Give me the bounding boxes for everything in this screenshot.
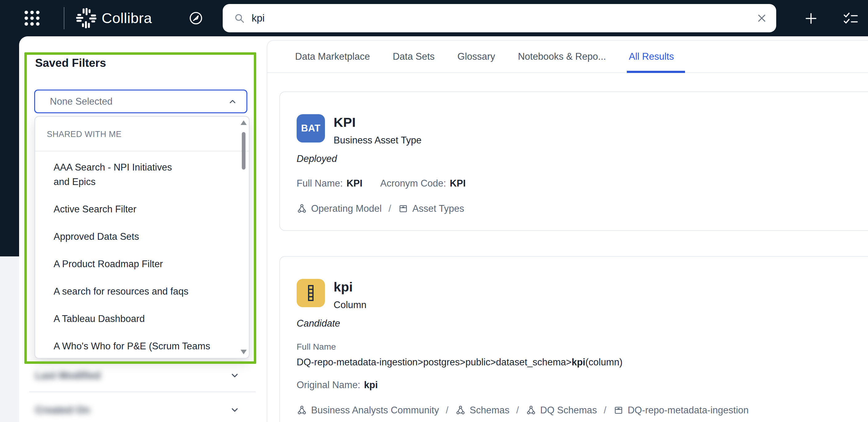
top-bar: Collibra [0, 0, 868, 36]
community-icon [297, 405, 307, 416]
collibra-app: Collibra [0, 0, 868, 422]
badge-label: BAT [301, 123, 321, 134]
full-name-prefix: DQ-repo-metadata-ingestion>postgres>publ… [297, 357, 572, 367]
left-navy-strip [0, 36, 19, 256]
chevron-up-icon [228, 97, 237, 106]
collibra-logo-mark[interactable] [76, 8, 96, 28]
result-asset-type: Business Asset Type [334, 135, 422, 146]
scrollbar-thumb[interactable] [242, 132, 246, 170]
result-card-kpi-business-asset-type[interactable]: BAT KPI Business Asset Type Deployed Ful… [279, 91, 868, 231]
breadcrumb-label: Asset Types [412, 203, 464, 214]
saved-filter-option[interactable]: AAA Search - NPI Initiatives and Epics [35, 160, 214, 189]
domain-icon [398, 203, 408, 214]
breadcrumb-label: DQ Schemas [540, 405, 597, 416]
result-title[interactable]: KPI [334, 115, 422, 130]
community-icon [455, 405, 466, 416]
tab-all-results[interactable]: All Results [629, 41, 674, 72]
saved-filter-option[interactable]: Approved Data Sets [35, 229, 249, 244]
community-icon [526, 405, 536, 416]
results-tab-bar: Data Marketplace Data Sets Glossary Note… [267, 41, 868, 73]
tab-data-sets[interactable]: Data Sets [393, 41, 435, 72]
attribute-value: KPI [346, 178, 363, 189]
sidebar-divider [29, 392, 256, 392]
attribute-label: Full Name: [297, 178, 343, 189]
compass-icon[interactable] [188, 11, 203, 26]
clear-search-icon[interactable] [756, 13, 767, 23]
scroll-down-icon[interactable] [241, 350, 247, 354]
content-surface: Saved Filters None Selected SHARED WITH … [19, 36, 868, 422]
saved-filter-option[interactable]: A search for resources and faqs [35, 284, 249, 299]
dropdown-scrollbar[interactable] [241, 119, 246, 356]
attribute-label: Acronym Code: [380, 178, 446, 189]
column-icon [305, 284, 317, 302]
plus-icon[interactable] [805, 12, 817, 25]
breadcrumb: Business Analysts Community / Schemas / [297, 405, 868, 416]
saved-filters-select-value: None Selected [50, 96, 113, 107]
attribute-value: kpi [364, 380, 378, 390]
result-status: Candidate [297, 318, 868, 329]
breadcrumb-community-link[interactable]: Business Analysts Community [297, 405, 439, 416]
chevron-down-icon [230, 370, 240, 381]
breadcrumb-domain-link[interactable]: DQ-repo-metadata-ingestion [613, 405, 749, 416]
breadcrumb-community-link[interactable]: DQ Schemas [526, 405, 597, 416]
dropdown-section-header: SHARED WITH ME [47, 130, 249, 139]
checklist-icon[interactable] [843, 12, 859, 25]
filter-section-label: Last Modified [35, 370, 101, 381]
dropdown-divider [35, 151, 249, 152]
breadcrumb-label: DQ-repo-metadata-ingestion [628, 405, 749, 416]
left-gray-strip [0, 256, 19, 422]
result-status: Deployed [297, 153, 868, 164]
filter-section-created-on[interactable]: Created On [35, 401, 240, 419]
saved-filters-title: Saved Filters [35, 57, 106, 70]
full-name-suffix: (column) [585, 357, 622, 367]
full-name-value: DQ-repo-metadata-ingestion>postgres>publ… [297, 357, 868, 368]
breadcrumb-domain-link[interactable]: Asset Types [398, 203, 464, 214]
breadcrumb-separator: / [516, 405, 519, 416]
breadcrumb-community-link[interactable]: Schemas [455, 405, 509, 416]
result-card-kpi-column[interactable]: kpi Column Candidate Full Name DQ-repo-m… [279, 256, 868, 422]
attribute-label: Original Name: [297, 380, 361, 390]
community-icon [297, 203, 307, 214]
breadcrumb-separator: / [446, 405, 448, 416]
saved-filters-dropdown: SHARED WITH ME AAA Search - NPI Initiati… [34, 116, 249, 359]
scroll-up-icon[interactable] [241, 120, 247, 125]
tab-data-marketplace[interactable]: Data Marketplace [295, 41, 370, 72]
results-panel: Data Marketplace Data Sets Glossary Note… [267, 40, 868, 422]
apps-grid-icon[interactable] [23, 9, 41, 27]
global-search-bar [223, 4, 776, 32]
result-title[interactable]: kpi [334, 280, 367, 295]
column-badge [297, 279, 325, 307]
results-list: BAT KPI Business Asset Type Deployed Ful… [267, 73, 868, 422]
search-icon [234, 12, 245, 24]
breadcrumb: Operating Model / Asset Types [297, 203, 868, 214]
full-name-label: Full Name [297, 342, 868, 352]
domain-icon [613, 405, 624, 416]
tab-notebooks-repo[interactable]: Notebooks & Repo... [518, 41, 606, 72]
tab-glossary[interactable]: Glossary [457, 41, 495, 72]
saved-filter-option[interactable]: A Product Roadmap Filter [35, 257, 249, 271]
breadcrumb-separator: / [389, 203, 391, 214]
full-name-highlight: kpi [572, 357, 586, 367]
saved-filter-option[interactable]: A Tableau Dashboard [35, 312, 249, 326]
chevron-down-icon [230, 405, 240, 415]
breadcrumb-separator: / [604, 405, 607, 416]
asset-type-badge: BAT [297, 114, 325, 142]
saved-filter-option[interactable]: Active Search Filter [35, 202, 249, 216]
filter-section-last-modified[interactable]: Last Modified [35, 366, 240, 385]
breadcrumb-label: Operating Model [311, 203, 382, 214]
breadcrumb-label: Schemas [470, 405, 509, 416]
breadcrumb-community-link[interactable]: Operating Model [297, 203, 382, 214]
saved-filters-select[interactable]: None Selected [34, 90, 247, 113]
attribute-value: KPI [450, 178, 466, 189]
breadcrumb-label: Business Analysts Community [311, 405, 439, 416]
topbar-divider [64, 7, 64, 29]
brand-name: Collibra [102, 0, 152, 36]
filter-section-label: Created On [35, 404, 90, 416]
search-input[interactable] [252, 12, 756, 24]
result-asset-type: Column [334, 299, 367, 311]
saved-filter-option[interactable]: A Who's Who for P&E (Scrum Teams [35, 339, 249, 353]
